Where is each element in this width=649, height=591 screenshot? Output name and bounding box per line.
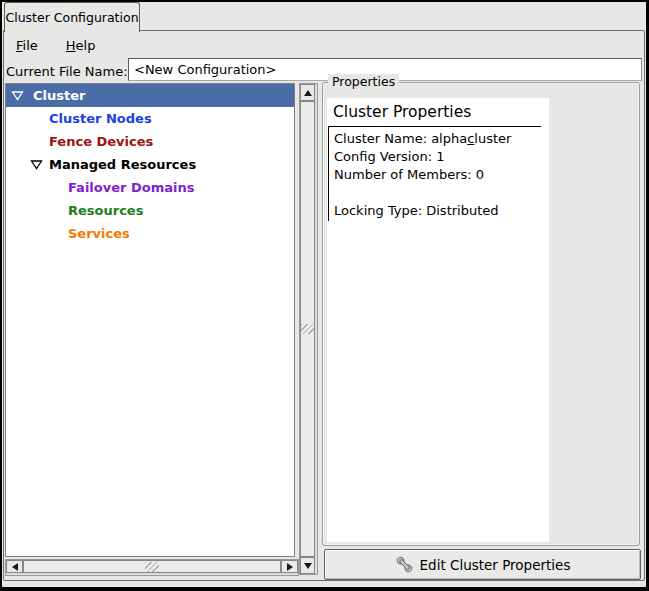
cluster-properties-details: Cluster Name: alphacluster Config Versio…	[328, 126, 541, 221]
locking-type-line: Locking Type: Distributed	[334, 202, 541, 220]
tree-item-resources[interactable]: Resources	[6, 199, 294, 222]
expander-triangle-down-icon[interactable]	[11, 90, 24, 101]
tab-label: Cluster Configuration	[5, 10, 138, 25]
tab-cluster-configuration[interactable]: Cluster Configuration	[4, 2, 140, 32]
tree-vertical-scrollbar[interactable]	[299, 83, 318, 575]
spacer	[334, 184, 541, 202]
properties-frame-label: Properties	[328, 74, 399, 89]
tree-item-fence-devices[interactable]: Fence Devices	[6, 130, 294, 153]
tree-item-label: Cluster Nodes	[49, 111, 152, 126]
tree-item-label: Fence Devices	[49, 134, 153, 149]
tree-item-label: Services	[68, 226, 130, 241]
menu-file[interactable]: File	[12, 36, 42, 55]
menubar: FileHelp	[12, 34, 99, 56]
cluster-properties-heading: Cluster Properties	[333, 103, 549, 121]
tree-item-label: Cluster	[33, 88, 85, 103]
scroll-left-button[interactable]	[6, 560, 23, 573]
cluster-tree[interactable]: ClusterCluster NodesFence DevicesManaged…	[5, 83, 295, 557]
main-window: Cluster Configuration FileHelp Current F…	[2, 2, 646, 587]
config-version-line: Config Version: 1	[334, 148, 541, 166]
tree-item-cluster-nodes[interactable]: Cluster Nodes	[6, 107, 294, 130]
cluster-name-line: Cluster Name: alphacluster	[334, 130, 541, 148]
app-window: { "tab": { "label": "Cluster Configurati…	[0, 0, 649, 591]
left-arrow-icon	[12, 563, 18, 571]
edit-button-label: Edit Cluster Properties	[420, 557, 571, 573]
scroll-down-button[interactable]	[300, 557, 315, 574]
properties-frame: Properties Cluster Properties Cluster Na…	[322, 82, 640, 546]
up-arrow-icon	[304, 90, 312, 96]
thumb-grip-icon	[145, 562, 159, 572]
tree-item-cluster[interactable]: Cluster	[6, 84, 294, 107]
menu-help[interactable]: Help	[62, 36, 100, 55]
current-file-name-label: Current File Name:	[6, 64, 128, 79]
number-of-members-line: Number of Members: 0	[334, 166, 541, 184]
properties-content: Cluster Properties Cluster Name: alphacl…	[327, 98, 549, 542]
edit-cluster-properties-button[interactable]: Edit Cluster Properties	[324, 549, 641, 580]
right-arrow-icon	[287, 563, 293, 571]
expander-triangle-down-icon[interactable]	[30, 159, 43, 170]
tree-item-label: Resources	[68, 203, 143, 218]
scroll-right-button[interactable]	[281, 560, 298, 573]
tree-item-managed-resources[interactable]: Managed Resources	[6, 153, 294, 176]
horizontal-scroll-thumb[interactable]	[23, 560, 281, 573]
thumb-grip-icon	[301, 324, 314, 334]
tree-item-label: Managed Resources	[49, 157, 196, 172]
tree-item-failover-domains[interactable]: Failover Domains	[6, 176, 294, 199]
vertical-scroll-thumb[interactable]	[300, 101, 315, 557]
tree-horizontal-scrollbar[interactable]	[5, 559, 299, 576]
notebook-page: FileHelp Current File Name: ClusterClust…	[3, 30, 645, 581]
down-arrow-icon	[304, 563, 312, 569]
tree-item-services[interactable]: Services	[6, 222, 294, 245]
tree-item-label: Failover Domains	[68, 180, 194, 195]
scroll-up-button[interactable]	[300, 84, 315, 101]
wrench-icon	[395, 555, 414, 574]
